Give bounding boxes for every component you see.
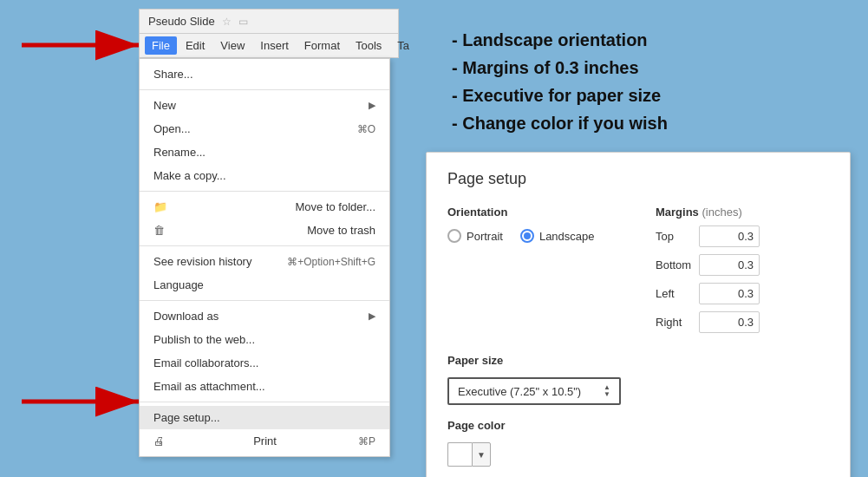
folder-icon[interactable]: ▭	[238, 16, 248, 28]
menu-open[interactable]: Open... ⌘O	[140, 117, 389, 140]
menu-rename[interactable]: Rename...	[140, 140, 389, 164]
left-input[interactable]	[699, 283, 760, 304]
page-setup-dialog: Page setup Orientation Portrait Landscap…	[426, 152, 851, 477]
revision-label: See revision history	[153, 255, 251, 268]
menu-revision[interactable]: See revision history ⌘+Option+Shift+G	[140, 250, 389, 273]
portrait-label: Portrait	[467, 230, 503, 243]
download-arrow: ▶	[369, 310, 375, 322]
landscape-radio[interactable]	[520, 229, 534, 243]
bottom-label: Bottom	[656, 258, 690, 271]
arrow-to-file	[17, 28, 152, 62]
separator-1	[140, 89, 389, 90]
menu-email-collab[interactable]: Email collaborators...	[140, 351, 389, 375]
menu-print[interactable]: 🖨 Print ⌘P	[140, 429, 389, 453]
orientation-section: Orientation Portrait Landscape	[447, 206, 656, 243]
new-arrow: ▶	[369, 100, 375, 111]
publish-label: Publish to the web...	[153, 333, 255, 346]
color-swatch[interactable]	[447, 442, 472, 467]
menu-file[interactable]: File	[145, 36, 177, 55]
top-label: Top	[656, 230, 690, 243]
paper-size-section: Paper size Executive (7.25" x 10.5") ▲▼	[447, 354, 829, 405]
instruction-line-2: - Margins of 0.3 inches	[452, 54, 851, 82]
portrait-radio[interactable]	[447, 229, 461, 243]
menu-view[interactable]: View	[213, 36, 251, 55]
separator-3	[140, 245, 389, 246]
language-label: Language	[153, 278, 204, 291]
right-input[interactable]	[699, 311, 760, 333]
paper-size-value: Executive (7.25" x 10.5")	[458, 385, 581, 398]
print-label: Print	[253, 435, 277, 448]
open-label: Open...	[153, 122, 191, 135]
move-folder-label: Move to folder...	[296, 200, 376, 213]
top-input[interactable]	[699, 225, 760, 247]
separator-2	[140, 191, 389, 192]
menu-bar: File Edit View Insert Format Tools Ta	[139, 33, 399, 58]
page-color-label: Page color	[447, 419, 829, 432]
page-color-section: Page color ▼	[447, 419, 829, 467]
app-window: Pseudo Slide ☆ ▭ File Edit View Insert F…	[139, 9, 399, 457]
printer-icon: 🖨	[153, 435, 165, 448]
menu-email-attachment[interactable]: Email as attachment...	[140, 375, 389, 398]
separator-5	[140, 402, 389, 402]
arrow-to-page-setup	[17, 384, 152, 419]
title-bar: Pseudo Slide ☆ ▭	[139, 9, 399, 33]
instructions-panel: - Landscape orientation - Margins of 0.3…	[452, 26, 851, 137]
menu-insert[interactable]: Insert	[253, 36, 296, 55]
paper-size-label: Paper size	[447, 354, 829, 367]
menu-download[interactable]: Download as ▶	[140, 304, 389, 328]
bottom-input[interactable]	[699, 254, 760, 276]
menu-move-folder[interactable]: 📁 Move to folder...	[140, 195, 389, 219]
menu-move-trash[interactable]: 🗑 Move to trash	[140, 219, 389, 242]
orientation-label: Orientation	[447, 206, 656, 219]
folder-icon-item: 📁	[153, 200, 167, 213]
orientation-options: Portrait Landscape	[447, 229, 656, 243]
margins-label: Margins	[656, 206, 699, 219]
print-shortcut: ⌘P	[358, 435, 375, 448]
menu-edit[interactable]: Edit	[179, 36, 212, 55]
separator-4	[140, 300, 389, 301]
color-dropdown-button[interactable]: ▼	[472, 442, 491, 467]
portrait-option[interactable]: Portrait	[447, 229, 503, 243]
share-label: Share...	[153, 68, 193, 81]
app-title: Pseudo Slide	[148, 15, 215, 28]
instruction-line-3: - Executive for paper size	[452, 82, 851, 109]
margins-unit: (inches)	[702, 206, 741, 219]
new-label: New	[153, 99, 176, 112]
left-label: Left	[656, 287, 690, 300]
menu-publish[interactable]: Publish to the web...	[140, 328, 389, 351]
move-trash-label: Move to trash	[307, 224, 375, 237]
rename-label: Rename...	[153, 146, 206, 159]
revision-shortcut: ⌘+Option+Shift+G	[287, 256, 375, 268]
landscape-label: Landscape	[539, 230, 595, 243]
margin-left-row: Left	[656, 283, 829, 304]
margins-title: Margins (inches)	[656, 206, 829, 219]
margin-bottom-row: Bottom	[656, 254, 829, 276]
menu-share[interactable]: Share...	[140, 62, 389, 86]
star-icon[interactable]: ☆	[222, 16, 232, 28]
menu-new[interactable]: New ▶	[140, 94, 389, 117]
page-setup-label: Page setup...	[153, 411, 220, 424]
download-label: Download as	[153, 310, 219, 323]
file-dropdown: Share... New ▶ Open... ⌘O Rename... Make…	[139, 58, 390, 457]
menu-copy[interactable]: Make a copy...	[140, 164, 389, 187]
email-collab-label: Email collaborators...	[153, 356, 258, 369]
margin-right-row: Right	[656, 311, 829, 333]
menu-language[interactable]: Language	[140, 273, 389, 297]
open-shortcut: ⌘O	[357, 123, 375, 135]
menu-tools[interactable]: Tools	[349, 36, 388, 55]
menu-more[interactable]: Ta	[390, 36, 416, 55]
dialog-top-row: Orientation Portrait Landscape Margins (…	[447, 206, 829, 340]
dialog-title: Page setup	[447, 170, 829, 188]
margins-section: Margins (inches) Top Bottom Left Right	[656, 206, 829, 340]
right-label: Right	[656, 316, 690, 329]
margin-top-row: Top	[656, 225, 829, 247]
menu-format[interactable]: Format	[297, 36, 347, 55]
paper-size-select[interactable]: Executive (7.25" x 10.5") ▲▼	[447, 377, 621, 405]
email-attachment-label: Email as attachment...	[153, 380, 265, 393]
copy-label: Make a copy...	[153, 169, 226, 182]
instruction-line-1: - Landscape orientation	[452, 26, 851, 54]
menu-page-setup[interactable]: Page setup...	[140, 406, 389, 429]
landscape-option[interactable]: Landscape	[520, 229, 595, 243]
trash-icon-item: 🗑	[153, 224, 165, 237]
color-picker-row: ▼	[447, 442, 829, 467]
